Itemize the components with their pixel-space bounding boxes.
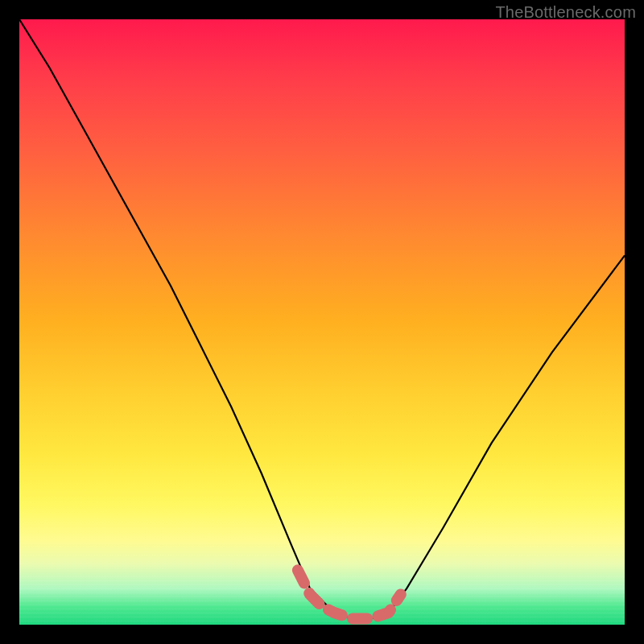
curve-layer (19, 19, 625, 625)
watermark-text: TheBottleneck.com (495, 3, 636, 22)
plot-area (19, 19, 625, 625)
chart-frame: TheBottleneck.com (0, 0, 644, 644)
bottleneck-curve (19, 19, 625, 619)
highlight-segment (298, 570, 401, 618)
